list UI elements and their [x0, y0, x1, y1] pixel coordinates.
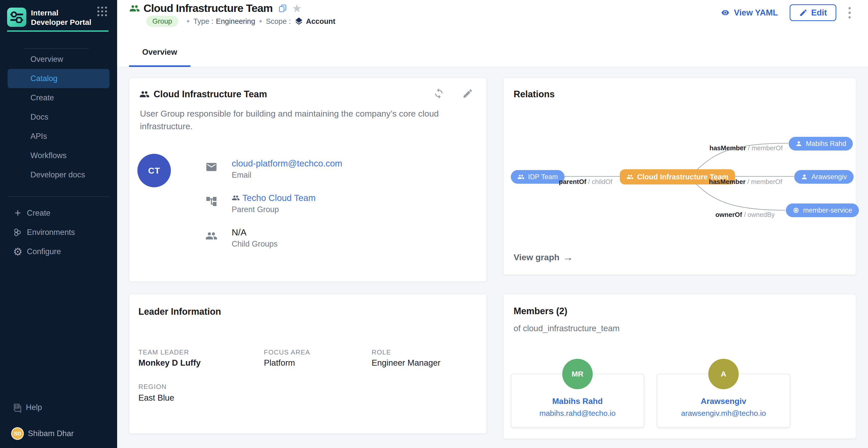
email-row: cloud-platform@techco.com Email — [205, 158, 342, 180]
scope-label: Scope : — [266, 17, 291, 26]
chip-icon — [793, 207, 800, 214]
tool-label: Create — [27, 209, 51, 218]
view-yaml-button[interactable]: View YAML — [720, 8, 778, 18]
edit-button[interactable]: Edit — [790, 4, 836, 21]
email-icon — [205, 161, 218, 173]
people-icon — [140, 89, 150, 99]
parent-group-link[interactable]: Techo Cloud Team — [232, 193, 316, 203]
kind-badge: Group — [146, 16, 178, 27]
plus-icon: + — [12, 207, 23, 219]
parent-group-row: Techo Cloud Team Parent Group — [205, 193, 342, 214]
app-grid-icon[interactable] — [96, 6, 108, 17]
user-menu[interactable]: SD Shibam Dhar — [0, 422, 117, 445]
view-graph-link[interactable]: View graph→ — [514, 252, 573, 263]
about-card: Cloud Infrastructure Team User Group res… — [129, 77, 487, 282]
sidebar-item-create-entity[interactable]: + Create — [0, 203, 117, 223]
sidebar-item-workflows[interactable]: Workflows — [0, 146, 117, 165]
sidebar-item-create[interactable]: Create — [0, 88, 117, 107]
sidebar-tools: + Create Environments ⚙ Configure — [0, 203, 117, 261]
member-email[interactable]: arawsengiv.mh@techo.io — [657, 409, 790, 418]
field-value-role: Engineer Manager — [372, 358, 441, 368]
people-icon — [205, 230, 218, 242]
sidebar-item-overview[interactable]: Overview — [0, 50, 117, 69]
tool-label: Environments — [27, 228, 75, 237]
relations-card: Relations IDP Team Cloud Infrastructure … — [503, 77, 856, 275]
tab-bar: Overview — [129, 47, 190, 67]
help-label: Help — [26, 403, 42, 412]
people-icon — [232, 194, 240, 202]
sidebar-item-apis[interactable]: APIs — [0, 127, 117, 146]
scope-value: Account — [306, 17, 335, 26]
member-name[interactable]: Mabihs Rahd — [511, 396, 644, 406]
edge-label-ownerof: ownerOf / ownedBy — [715, 211, 775, 219]
sidebar-item-configure[interactable]: ⚙ Configure — [0, 242, 117, 261]
nav-divider — [24, 48, 89, 49]
user-avatar: SD — [11, 427, 24, 440]
members-title: Members (2) — [514, 306, 567, 317]
sidebar-item-environments[interactable]: Environments — [0, 223, 117, 242]
more-options-icon[interactable] — [846, 5, 853, 21]
sidebar-item-catalog[interactable]: Catalog — [8, 69, 110, 88]
graph-node-member-service[interactable]: member-service — [786, 203, 859, 217]
members-subtitle: of cloud_infrastructure_team — [514, 324, 620, 333]
brand: Internal Developer Portal — [7, 8, 110, 27]
entity-meta: Group Type : Engineering Scope : Account — [146, 15, 335, 27]
pencil-icon — [799, 8, 808, 17]
leader-title: Leader Information — [138, 306, 221, 317]
email-label: Email — [232, 170, 342, 180]
tool-label: Configure — [27, 247, 61, 256]
leader-card: Leader Information TEAM LEADER Monkey D … — [129, 294, 487, 434]
environments-icon — [12, 227, 23, 238]
email-link[interactable]: cloud-platform@techco.com — [232, 158, 342, 168]
person-icon — [801, 173, 808, 181]
sidebar-item-developer-docs[interactable]: Developer docs — [0, 165, 117, 185]
edit-pencil-icon[interactable] — [462, 88, 473, 99]
gear-icon: ⚙ — [12, 246, 23, 257]
sidebar-nav: Overview Catalog Create Docs APIs Workfl… — [0, 50, 117, 185]
sidebar-item-help[interactable]: ? Help — [0, 398, 117, 417]
graph-node-arawsengiv[interactable]: Arawsengiv — [794, 170, 854, 184]
group-icon — [129, 3, 140, 14]
member-name[interactable]: Arawsengiv — [657, 396, 790, 406]
dot-separator — [259, 20, 262, 23]
active-tab-indicator — [129, 65, 190, 67]
sidebar: Internal Developer Portal Overview Catal… — [0, 0, 117, 448]
eye-icon — [720, 9, 731, 17]
people-icon — [518, 173, 525, 181]
member-email[interactable]: mabihs.rahd@techo.io — [511, 409, 644, 418]
child-groups-value: N/A — [232, 227, 278, 237]
field-label-focus-area: FOCUS AREA — [264, 348, 310, 356]
child-groups-row: N/A Child Groups — [205, 227, 342, 249]
parent-group-label: Parent Group — [232, 205, 316, 214]
tab-overview[interactable]: Overview — [129, 47, 190, 65]
child-groups-label: Child Groups — [232, 239, 278, 249]
svg-text:?: ? — [15, 404, 18, 409]
dot-separator — [187, 20, 189, 23]
tree-icon — [205, 195, 218, 207]
favorite-star-icon[interactable]: ★ — [292, 3, 302, 14]
layers-icon — [294, 17, 304, 26]
field-label-region: REGION — [138, 383, 167, 391]
copy-icon[interactable] — [278, 4, 287, 13]
member-card[interactable]: MR Mabihs Rahd mabihs.rahd@techo.io — [511, 374, 644, 428]
member-card[interactable]: A Arawsengiv arawsengiv.mh@techo.io — [657, 374, 790, 428]
page-title: Cloud Infrastructure Team — [144, 2, 273, 14]
field-value-region: East Blue — [138, 393, 174, 403]
member-avatar: MR — [562, 359, 593, 389]
graph-node-idp-team[interactable]: IDP Team — [511, 170, 564, 184]
group-avatar: CT — [137, 154, 171, 187]
field-label-role: ROLE — [372, 348, 391, 356]
help-icon: ? — [11, 402, 22, 413]
edge-label-hasmember-mid: hasMember / memberOf — [709, 178, 782, 186]
sidebar-item-docs[interactable]: Docs — [0, 107, 117, 127]
app-title: Internal Developer Portal — [31, 8, 92, 27]
arrow-right-icon: → — [563, 252, 573, 263]
field-label-team-leader: TEAM LEADER — [138, 348, 189, 356]
page-header: Cloud Infrastructure Team ★ Group Type :… — [117, 0, 868, 67]
refresh-icon[interactable] — [433, 88, 444, 99]
graph-node-mabihs-rahd[interactable]: Mabihs Rahd — [789, 137, 853, 151]
user-name: Shibam Dhar — [28, 429, 74, 438]
field-value-team-leader: Monkey D Luffy — [138, 358, 201, 368]
field-value-focus-area: Platform — [264, 358, 295, 368]
edit-label: Edit — [811, 8, 827, 18]
